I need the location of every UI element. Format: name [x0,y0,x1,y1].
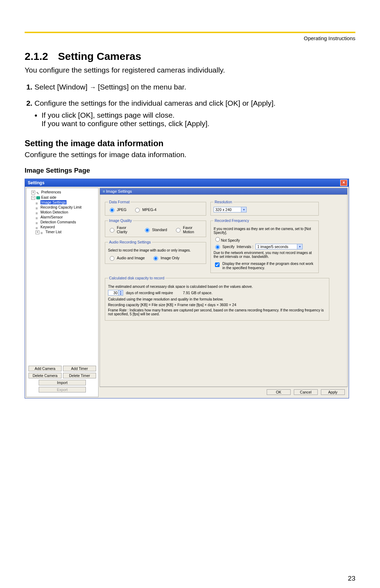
radio-not-specify-input[interactable] [215,237,220,242]
figure-caption: Image Settings Page [25,167,355,174]
radio-jpeg-input[interactable] [110,208,114,212]
gb-text: 7.91 GB of space. [183,291,213,295]
radio-image-only-input[interactable] [153,256,158,261]
list-icon [36,206,39,209]
radio-favor-clarity[interactable]: Favor Clarity [108,225,136,234]
section-heading: 2.1.2Setting Cameras [25,50,355,62]
list-icon [36,216,39,219]
steps-list: Select [Window] → [Settings] on the menu… [25,83,355,128]
tree-motion-detection[interactable]: Motion Detection [36,210,97,215]
group-recorded-frequency: Recorded Frequency If you record images … [210,218,319,273]
legend-data-format: Data Format [108,200,131,204]
color-divider [25,32,355,33]
audio-intro: Select to record the image with audio or… [108,248,203,252]
import-button[interactable]: Import [39,380,86,385]
add-timer-button[interactable]: Add Timer [63,366,96,371]
settings-window: Settings × +Preferences −East side Image… [25,179,349,398]
add-camera-button[interactable]: Add Camera [28,366,62,371]
radio-mpeg4-input[interactable] [135,208,140,212]
tree-preferences[interactable]: +Preferences [31,190,97,195]
list-icon [36,211,39,214]
titlebar: Settings × [25,179,349,187]
ok-button[interactable]: OK [267,389,291,395]
tree-camera[interactable]: −East side Image Settings Recording Capa… [31,195,97,235]
chevron-down-icon: ▾ [241,207,246,212]
intro-paragraph: You configure the settings for registere… [25,66,355,74]
tree-image-settings[interactable]: Image Settings [36,200,97,205]
freq-note1: If you record images as they are set on … [214,227,316,235]
radio-standard-input[interactable] [145,228,150,233]
intervals-select[interactable]: 1 image/5 seconds ▾ [255,244,303,249]
days-input[interactable] [108,290,118,295]
delete-timer-button[interactable]: Delete Timer [63,373,96,378]
section-number: 2.1.2 [25,50,48,62]
header-right: Operating Instructions [25,35,355,41]
legend-resolution: Resolution [214,200,233,204]
group-audio-recording: Audio Recording Settings Select to recor… [105,240,206,264]
intervals-label: Intervals : [236,245,253,249]
group-data-format: Data Format JPEG MPEG-4 [105,200,206,216]
section-title: Setting Cameras [58,50,141,62]
step-2-bullet: If you click [OK], settings page will cl… [42,111,355,128]
radio-specify[interactable]: Specify [214,244,234,249]
radio-favor-motion[interactable]: Favor Motion [174,225,203,234]
list-icon [36,226,39,229]
radio-image-only[interactable]: Image Only [152,255,179,261]
delete-camera-button[interactable]: Delete Camera [28,373,62,378]
group-image-quality: Image Quality Favor Clarity Standard Fav… [105,218,206,237]
cancel-button[interactable]: Cancel [294,389,318,395]
arrow-icon: → [89,84,96,91]
legend-audio: Audio Recording Settings [108,240,152,244]
radio-clarity-input[interactable] [110,228,114,233]
legend-image-quality: Image Quality [108,218,133,223]
tree-keyword[interactable]: Keyword [36,224,97,229]
chevron-down-icon: ▾ [297,244,302,249]
check-display-error-input[interactable] [215,262,220,267]
radio-mpeg4[interactable]: MPEG-4 [133,207,156,212]
tree-recording-capacity[interactable]: Recording Capacity Limit [36,205,97,210]
page-number: 23 [25,575,355,582]
export-button[interactable]: Export [39,387,86,392]
calc-framerate-note: Frame Rate : Indicates how many frames a… [108,308,326,316]
step-1: Select [Window] → [Settings] on the menu… [34,83,355,91]
tree-alarm-sensor[interactable]: Alarm/Sensor [36,215,97,219]
tab-header: Image Settings [100,188,348,194]
calc-line3: Calculated using the image resolution an… [108,297,326,301]
days-spinner[interactable]: ▲▼ [108,290,123,296]
calc-formula: Recording capacity [KB] = File size [KB]… [108,303,326,307]
spinner-down-icon[interactable]: ▼ [119,293,123,295]
list-icon [36,221,39,224]
sub-paragraph: Configure the settings for image data in… [25,150,355,159]
left-button-area: Add Camera Add Timer Delete Camera Delet… [28,364,97,395]
check-display-error[interactable]: Display the error message if the program… [214,261,316,270]
radio-standard[interactable]: Standard [143,225,167,234]
window-title: Settings [28,180,44,185]
bottom-bar: OK Cancel Apply [100,387,348,397]
tree-pane: +Preferences −East side Image Settings R… [26,188,99,397]
apply-button[interactable]: Apply [321,389,345,395]
legend-calculated: Calculated disk capacity to record [108,276,165,280]
radio-audio-image-input[interactable] [110,256,114,261]
spinner-up-icon[interactable]: ▲ [119,290,123,293]
close-button[interactable]: × [340,180,347,186]
radio-not-specify[interactable]: Not Specify [214,236,316,242]
radio-motion-input[interactable] [176,228,180,233]
preferences-icon [36,191,40,194]
resolution-select[interactable]: 320 x 240 ▾ [214,207,247,212]
days-text: days of recording will require [126,291,173,295]
freq-note2: Due to the network environment, you may … [214,251,316,259]
calc-line1: The estimated amount of necessary disk s… [108,284,326,289]
radio-audio-image[interactable]: Audio and Image [108,255,145,261]
radio-specify-input[interactable] [215,245,220,249]
list-icon [36,201,39,204]
right-pane: Image Settings Data Format JPEG MPEG-4 [100,188,348,397]
group-resolution: Resolution 320 x 240 ▾ [210,200,319,216]
legend-recorded-frequency: Recorded Frequency [214,218,250,223]
settings-content: Data Format JPEG MPEG-4 Image Quality Fa… [100,194,348,387]
subheading: Setting the image data information [25,138,355,148]
group-calculated-capacity: Calculated disk capacity to record The e… [105,276,329,321]
tree-timer-list[interactable]: +Timer List [36,229,97,235]
radio-jpeg[interactable]: JPEG [108,207,126,212]
tree-detection-commands[interactable]: Detection Commands [36,219,97,224]
step-2: Configure the settings for the individua… [34,99,355,128]
